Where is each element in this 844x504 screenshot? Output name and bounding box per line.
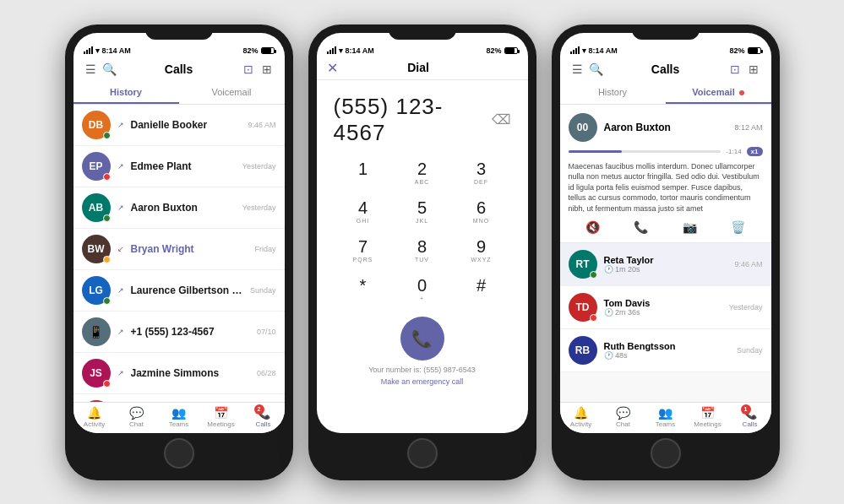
nav-chat[interactable]: 💬 Chat xyxy=(116,406,158,428)
search-icon[interactable]: 🔍 xyxy=(587,60,606,79)
call-item-danielle[interactable]: DB ↗ Danielle Booker 9:46 AM xyxy=(74,105,285,146)
phone3-home-btn[interactable] xyxy=(651,438,681,469)
status-right: 82% xyxy=(242,46,274,55)
caller-name: Edmee Plant xyxy=(131,160,236,172)
hamburger-icon[interactable]: ☰ xyxy=(82,60,101,79)
vm-list-item-tom[interactable]: TD Tom Davis 🕐 2m 36s Yesterday xyxy=(560,286,771,329)
dial-key-6[interactable]: 6 MNO xyxy=(452,192,511,230)
nav-label: Calls xyxy=(256,420,271,428)
call-info: Aaron Buxton xyxy=(131,202,236,214)
phone2-home-btn[interactable] xyxy=(407,438,438,469)
vm-progress-bar xyxy=(569,150,721,153)
nav-teams[interactable]: 👥 Teams xyxy=(158,406,200,428)
dial-call-button[interactable]: 📞 xyxy=(400,317,444,360)
nav-activity[interactable]: 🔔 Activity xyxy=(560,406,602,428)
phone1-home-btn[interactable] xyxy=(164,438,194,469)
status-dot xyxy=(590,314,597,322)
video-icon[interactable]: ⊡ xyxy=(726,60,744,79)
dial-key-1[interactable]: 1 xyxy=(334,153,393,192)
avatar-tom: TD xyxy=(569,293,597,322)
status-dot xyxy=(103,173,111,181)
vm-badge: x1 xyxy=(747,147,763,156)
avatar-laurence: LG xyxy=(82,276,111,305)
search-icon[interactable]: 🔍 xyxy=(101,60,119,79)
call-item-number[interactable]: 📱 ↗ +1 (555) 123-4567 07/10 xyxy=(74,312,285,353)
hamburger-icon[interactable]: ☰ xyxy=(569,60,587,79)
activity-icon: 🔔 xyxy=(87,406,101,420)
dial-key-2[interactable]: 2 ABC xyxy=(393,153,452,192)
dial-key-4[interactable]: 4 GHI xyxy=(334,192,393,230)
nav-teams[interactable]: 👥 Teams xyxy=(645,406,687,428)
vm-list-item-reta[interactable]: RT Reta Taylor 🕐 1m 20s 9:46 AM xyxy=(560,243,771,286)
grid-icon[interactable]: ⊞ xyxy=(258,60,276,79)
battery-text: 82% xyxy=(242,46,258,55)
dial-key-9[interactable]: 9 WXYZ xyxy=(452,230,511,269)
call-direction-icon-missed: ↙ xyxy=(117,245,124,253)
signal-icon xyxy=(84,46,93,54)
call-item-erika[interactable]: EF ↙ Erika Fuller 06/27 xyxy=(74,394,285,402)
vm-item-duration: 🕐 2m 36s xyxy=(604,308,722,317)
nav-calls[interactable]: 📞 Calls 1 xyxy=(729,406,771,428)
call-item-jazmine[interactable]: JS ↗ Jazmine Simmons 06/28 xyxy=(74,353,285,394)
call-time: Sunday xyxy=(250,286,276,295)
status-time: 8:14 AM xyxy=(589,46,618,55)
caller-name: Aaron Buxton xyxy=(131,202,236,214)
phone1-frame: ▾ 8:14 AM 82% ☰ 🔍 Calls ⊡ ⊞ xyxy=(65,24,293,480)
dial-key-3[interactable]: 3 DEF xyxy=(452,153,511,192)
call-item-aaron[interactable]: AB ↗ Aaron Buxton Yesterday xyxy=(74,187,285,229)
phone3-notch xyxy=(632,24,700,40)
call-direction-icon: ↗ xyxy=(117,286,124,295)
caller-name: Danielle Booker xyxy=(131,119,242,131)
avatar-bryan: BW xyxy=(82,235,111,263)
nav-meetings[interactable]: 📅 Meetings xyxy=(200,406,242,428)
tab-history[interactable]: History xyxy=(560,82,666,104)
chat-icon: 💬 xyxy=(616,406,630,420)
dial-key-5[interactable]: 5 JKL xyxy=(393,192,452,230)
phone1-bottom-nav: 🔔 Activity 💬 Chat 👥 Teams 📅 Meetings 📞 xyxy=(74,402,285,433)
emergency-call-link[interactable]: Make an emergency call xyxy=(317,376,528,393)
grid-icon[interactable]: ⊞ xyxy=(744,60,763,79)
dial-number-display: (555) 123-4567 ⌫ xyxy=(317,80,528,153)
backspace-button[interactable]: ⌫ xyxy=(492,111,511,127)
vm-progress xyxy=(569,150,721,153)
dial-key-8[interactable]: 8 TUV xyxy=(393,230,452,269)
vm-delete-button[interactable]: 🗑️ xyxy=(731,220,745,234)
call-info: Bryan Wright xyxy=(131,243,248,255)
voicemail-card: 00 Aaron Buxton 8:12 AM -1:14 x1 Maecena… xyxy=(560,105,771,244)
dial-key-hash[interactable]: # xyxy=(452,269,511,308)
vm-list-item-ruth[interactable]: RB Ruth Bengtsson 🕐 48s Sunday xyxy=(560,329,771,372)
call-item-laurence[interactable]: LG ↗ Laurence Gilbertson (3) Sunday xyxy=(74,270,285,312)
nav-chat[interactable]: 💬 Chat xyxy=(602,406,645,428)
page-title: Calls xyxy=(119,62,239,76)
dial-key-0[interactable]: 0 + xyxy=(393,269,452,308)
close-button[interactable]: ✕ xyxy=(327,60,338,76)
nav-calls[interactable]: 📞 Calls 2 xyxy=(242,406,285,428)
vm-item-duration: 🕐 1m 20s xyxy=(604,265,728,274)
tab-voicemail[interactable]: Voicemail xyxy=(179,82,285,104)
caller-name: +1 (555) 123-4567 xyxy=(131,326,250,338)
tab-voicemail[interactable]: Voicemail xyxy=(666,82,771,104)
call-info: Edmee Plant xyxy=(131,160,236,172)
meetings-icon: 📅 xyxy=(700,406,715,420)
phone3-header: ☰ 🔍 Calls ⊡ ⊞ xyxy=(560,57,771,82)
dial-key-7[interactable]: 7 PQRS xyxy=(334,230,393,269)
battery-icon xyxy=(748,47,761,54)
call-item-edmee[interactable]: EP ↗ Edmee Plant Yesterday xyxy=(74,146,285,187)
vm-video-button[interactable]: 📷 xyxy=(683,220,697,234)
nav-label: Meetings xyxy=(207,420,234,428)
nav-activity[interactable]: 🔔 Activity xyxy=(74,406,116,428)
call-item-bryan[interactable]: BW ↙ Bryan Wright Friday xyxy=(74,229,285,270)
vm-mute-button[interactable]: 🔇 xyxy=(585,220,600,234)
nav-label: Calls xyxy=(743,420,758,428)
vm-header: 00 Aaron Buxton 8:12 AM xyxy=(569,113,763,142)
nav-meetings[interactable]: 📅 Meetings xyxy=(687,406,729,428)
call-direction-icon: ↗ xyxy=(117,328,124,336)
voicemail-dot xyxy=(739,90,744,95)
status-dot xyxy=(103,132,111,139)
dial-key-star[interactable]: * xyxy=(334,269,393,308)
nav-label: Chat xyxy=(616,420,630,428)
tab-history[interactable]: History xyxy=(74,82,179,104)
vm-call-button[interactable]: 📞 xyxy=(634,220,648,234)
video-icon[interactable]: ⊡ xyxy=(239,60,258,79)
vm-item-duration: 🕐 48s xyxy=(604,351,730,360)
